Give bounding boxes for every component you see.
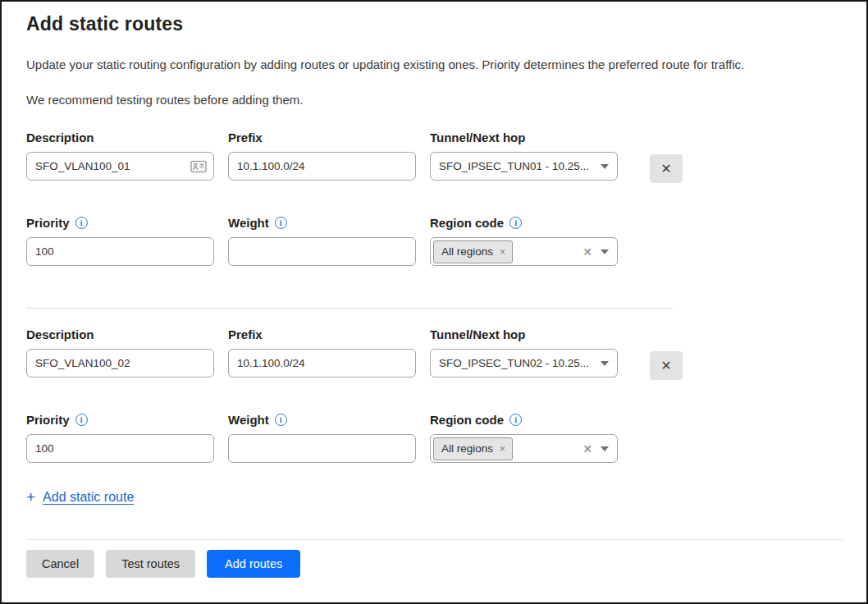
weight-field-group: Weight i	[228, 216, 416, 266]
clear-selection-icon[interactable]: ✕	[581, 245, 594, 259]
region-chip: All regions ×	[433, 240, 513, 263]
priority-label: Priority i	[26, 413, 214, 427]
chevron-down-icon	[601, 446, 609, 451]
priority-field-group: Priority i	[26, 216, 214, 266]
remove-route-button[interactable]: ✕	[650, 351, 683, 380]
tunnel-label: Tunnel/Next hop	[430, 130, 618, 144]
intro-text: Update your static routing configuration…	[26, 57, 842, 71]
footer-divider	[26, 539, 843, 540]
add-routes-button[interactable]: Add routes	[207, 550, 300, 578]
weight-label-text: Weight	[228, 413, 269, 427]
chevron-down-icon	[601, 164, 609, 169]
info-icon[interactable]: i	[275, 217, 287, 229]
description-input[interactable]	[26, 349, 214, 378]
description-label: Description	[26, 327, 214, 341]
priority-input[interactable]	[26, 434, 214, 463]
region-label-text: Region code	[430, 413, 504, 427]
info-icon[interactable]: i	[509, 414, 522, 426]
prefix-field-group: Prefix	[228, 130, 416, 181]
info-icon[interactable]: i	[275, 414, 287, 426]
weight-field-group: Weight i	[228, 413, 416, 463]
add-static-route-label: Add static route	[43, 490, 134, 505]
region-chip-label: All regions	[441, 442, 493, 455]
region-multiselect[interactable]: All regions × ✕	[430, 237, 618, 266]
description-label: Description	[26, 130, 214, 144]
clear-selection-icon[interactable]: ✕	[581, 442, 594, 455]
tunnel-label: Tunnel/Next hop	[430, 327, 618, 341]
region-field-group: Region code i All regions × ✕	[430, 413, 618, 463]
route-entry: Description Prefix Tunnel/Next	[26, 130, 842, 266]
plus-icon: +	[26, 488, 35, 506]
remove-route-button[interactable]: ✕	[650, 154, 683, 183]
footer-actions: Cancel Test routes Add routes	[26, 550, 842, 578]
description-input[interactable]	[26, 152, 214, 181]
priority-label: Priority i	[26, 216, 214, 230]
info-icon[interactable]: i	[75, 217, 88, 229]
chip-remove-icon[interactable]: ×	[500, 246, 505, 258]
weight-input[interactable]	[228, 237, 416, 266]
cancel-button[interactable]: Cancel	[26, 550, 94, 578]
region-field-group: Region code i All regions × ✕	[430, 216, 618, 266]
prefix-label: Prefix	[228, 130, 416, 144]
prefix-label: Prefix	[228, 327, 416, 341]
route-entry: Description Prefix Tunnel/Next hop SFO_I…	[26, 327, 842, 463]
region-chip: All regions ×	[433, 437, 513, 460]
priority-label-text: Priority	[26, 413, 70, 427]
tunnel-select[interactable]: SFO_IPSEC_TUN02 - 10.25...	[430, 349, 618, 378]
page-title: Add static routes	[26, 13, 842, 35]
chip-remove-icon[interactable]: ×	[500, 443, 505, 455]
region-label: Region code i	[430, 413, 618, 427]
recommendation-text: We recommend testing routes before addin…	[26, 93, 842, 107]
tunnel-select[interactable]: SFO_IPSEC_TUN01 - 10.25...	[430, 152, 618, 181]
description-field-group: Description	[26, 130, 214, 181]
region-chip-label: All regions	[441, 245, 493, 258]
region-label: Region code i	[430, 216, 618, 230]
test-routes-button[interactable]: Test routes	[106, 550, 195, 578]
priority-label-text: Priority	[26, 216, 70, 230]
route-divider	[26, 308, 673, 309]
add-static-routes-dialog: Add static routes Update your static rou…	[0, 0, 868, 604]
tunnel-selected-value: SFO_IPSEC_TUN01 - 10.25...	[439, 160, 594, 172]
add-static-route-link[interactable]: + Add static route	[26, 488, 134, 506]
tunnel-field-group: Tunnel/Next hop SFO_IPSEC_TUN02 - 10.25.…	[430, 327, 618, 378]
chevron-down-icon	[601, 249, 609, 254]
contact-card-icon	[190, 160, 207, 172]
priority-input[interactable]	[26, 237, 214, 266]
chevron-down-icon	[601, 361, 609, 366]
region-multiselect[interactable]: All regions × ✕	[430, 434, 618, 463]
tunnel-field-group: Tunnel/Next hop SFO_IPSEC_TUN01 - 10.25.…	[430, 130, 618, 181]
region-label-text: Region code	[430, 216, 504, 230]
info-icon[interactable]: i	[509, 217, 522, 229]
info-icon[interactable]: i	[75, 414, 88, 426]
weight-label-text: Weight	[228, 216, 269, 230]
tunnel-selected-value: SFO_IPSEC_TUN02 - 10.25...	[439, 357, 594, 369]
priority-field-group: Priority i	[26, 413, 214, 463]
prefix-field-group: Prefix	[228, 327, 416, 378]
description-field-group: Description	[26, 327, 214, 378]
weight-input[interactable]	[228, 434, 416, 463]
prefix-input[interactable]	[228, 349, 416, 378]
weight-label: Weight i	[228, 216, 416, 230]
weight-label: Weight i	[228, 413, 416, 427]
prefix-input[interactable]	[228, 152, 416, 181]
